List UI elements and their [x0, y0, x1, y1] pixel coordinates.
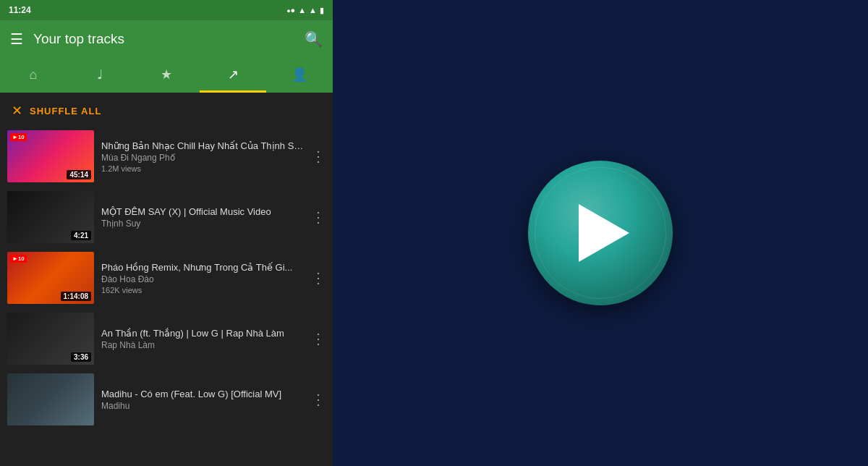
more-options-button[interactable]: ⋮ — [311, 330, 326, 347]
tab-trending[interactable]: ↗ — [200, 58, 266, 91]
track-title: Madihu - Có em (Feat. Low G) [Official M… — [101, 389, 304, 399]
star-icon: ★ — [161, 67, 172, 82]
status-bar: 11:24 ● ▲ ▲ ▮ — [0, 0, 333, 20]
track-title: An Thần (ft. Thắng) | Low G | Rap Nhà Là… — [101, 328, 304, 339]
trending-icon: ↗ — [228, 67, 239, 82]
track-thumbnail: ►10 1:14:08 — [7, 252, 94, 304]
person-icon: 👤 — [292, 67, 307, 82]
more-options-button[interactable]: ⋮ — [311, 208, 326, 226]
track-info: Những Bản Nhạc Chill Hay Nhất Của Thịnh … — [101, 140, 304, 173]
tab-star[interactable]: ★ — [133, 58, 200, 91]
track-duration: 3:36 — [71, 352, 91, 362]
track-title: Những Bản Nhạc Chill Hay Nhất Của Thịnh … — [101, 140, 304, 151]
left-panel: 11:24 ● ▲ ▲ ▮ ☰ Your top tracks 🔍 ⌂ ♩ ★ … — [0, 0, 333, 466]
track-list: ►10 45:14 Những Bản Nhạc Chill Hay Nhất … — [0, 126, 333, 430]
hamburger-button[interactable]: ☰ — [10, 30, 23, 48]
list-item[interactable]: ►10 45:14 Những Bản Nhạc Chill Hay Nhất … — [0, 126, 333, 187]
track-thumbnail: 3:36 — [7, 313, 94, 365]
track-views: 1.2M views — [101, 164, 304, 173]
status-icons: ● ▲ ▲ ▮ — [286, 6, 324, 15]
track-info: MỘT ĐÊM SAY (X) | Official Music Video T… — [101, 206, 304, 229]
track-artist: Madihu — [101, 401, 304, 411]
signal-icon: ▲ — [298, 6, 306, 14]
track-artist: Rap Nhà Làm — [101, 340, 304, 350]
top-bar: ☰ Your top tracks 🔍 — [0, 20, 333, 58]
shuffle-icon: ✕ — [12, 103, 22, 119]
play-triangle — [579, 204, 629, 262]
list-item[interactable]: 4:21 MỘT ĐÊM SAY (X) | Official Music Vi… — [0, 187, 333, 247]
tab-music[interactable]: ♩ — [67, 58, 133, 91]
track-title: MỘT ĐÊM SAY (X) | Official Music Video — [101, 206, 304, 217]
video-badge: ►10 — [10, 133, 27, 141]
home-icon: ⌂ — [30, 67, 38, 82]
track-thumbnail: ►10 45:14 — [7, 130, 94, 182]
track-duration: 4:21 — [71, 231, 91, 240]
search-button[interactable]: 🔍 — [305, 30, 323, 48]
more-options-button[interactable]: ⋮ — [311, 391, 326, 408]
track-duration: 1:14:08 — [61, 292, 91, 301]
tab-profile[interactable]: 👤 — [266, 58, 333, 91]
right-panel — [333, 0, 868, 466]
record-icon: ● — [286, 6, 295, 14]
wifi-icon: ▲ — [309, 6, 317, 14]
list-item[interactable]: ►10 1:14:08 Pháo Hồng Remix, Nhưng Trong… — [0, 247, 333, 308]
track-artist: Đào Hoa Đào — [101, 274, 304, 284]
track-thumbnail: 4:21 — [7, 191, 94, 243]
music-icon: ♩ — [97, 67, 103, 82]
shuffle-label: SHUFFLE ALL — [30, 106, 101, 116]
video-badge: ►10 — [10, 255, 27, 263]
nav-tabs: ⌂ ♩ ★ ↗ 👤 — [0, 58, 333, 93]
track-views: 162K views — [101, 286, 304, 295]
track-thumbnail — [7, 373, 94, 425]
shuffle-all-row[interactable]: ✕ SHUFFLE ALL — [0, 93, 333, 126]
status-time: 11:24 — [9, 5, 31, 15]
track-title: Pháo Hồng Remix, Nhưng Trong Cả Thế Gi..… — [101, 262, 304, 273]
track-duration: 45:14 — [67, 170, 91, 179]
track-info: An Thần (ft. Thắng) | Low G | Rap Nhà Là… — [101, 328, 304, 350]
page-title: Your top tracks — [33, 31, 124, 47]
more-options-button[interactable]: ⋮ — [311, 269, 326, 287]
track-info: Pháo Hồng Remix, Nhưng Trong Cả Thế Gi..… — [101, 262, 304, 295]
top-bar-left: ☰ Your top tracks — [10, 30, 124, 48]
track-info: Madihu - Có em (Feat. Low G) [Official M… — [101, 389, 304, 411]
list-item[interactable]: 3:36 An Thần (ft. Thắng) | Low G | Rap N… — [0, 308, 333, 369]
battery-icon: ▮ — [320, 6, 324, 15]
more-options-button[interactable]: ⋮ — [311, 148, 326, 165]
list-item[interactable]: Madihu - Có em (Feat. Low G) [Official M… — [0, 369, 333, 430]
play-icon — [571, 204, 629, 262]
track-artist: Thịnh Suy — [101, 219, 304, 229]
track-artist: Mùa Đi Ngang Phố — [101, 153, 304, 163]
track-list-container: ✕ SHUFFLE ALL ►10 45:14 Những Bản Nhạc C… — [0, 93, 333, 466]
tab-home[interactable]: ⌂ — [0, 58, 67, 91]
play-button[interactable] — [528, 161, 673, 305]
